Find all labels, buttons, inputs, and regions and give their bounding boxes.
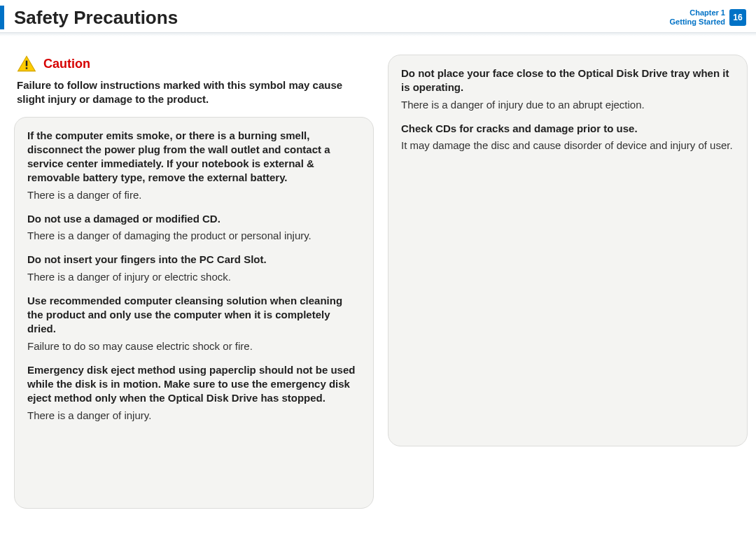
list-item: Do not insert your fingers into the PC C… <box>27 253 360 284</box>
page-root: Safety Precautions Chapter 1 Getting Sta… <box>0 0 756 536</box>
list-item: Emergency disk eject method using paperc… <box>27 363 360 423</box>
list-item: Do not use a damaged or modified CD. The… <box>27 212 360 244</box>
warning-triangle-icon <box>17 55 36 73</box>
item-heading: If the computer emits smoke, or there is… <box>27 129 360 185</box>
left-panel: If the computer emits smoke, or there is… <box>14 117 374 509</box>
caution-label: Caution <box>43 57 90 71</box>
caution-heading: Caution <box>17 55 374 73</box>
item-body: There is a danger of damaging the produc… <box>27 229 360 243</box>
page-header: Safety Precautions Chapter 1 Getting Sta… <box>0 0 756 32</box>
item-body: Failure to do so may cause electric shoc… <box>27 339 360 353</box>
list-item: Do not place your face close to the Opti… <box>401 66 734 112</box>
chapter-line2: Getting Started <box>670 17 725 27</box>
svg-rect-2 <box>26 67 27 69</box>
caution-intro: Failure to follow instructions marked wi… <box>17 78 372 107</box>
right-column: Do not place your face close to the Opti… <box>388 55 748 509</box>
item-body: It may damage the disc and cause disorde… <box>401 139 734 153</box>
chapter-line1: Chapter 1 <box>670 8 725 17</box>
content-columns: Caution Failure to follow instructions m… <box>0 36 756 516</box>
header-accent <box>0 6 4 29</box>
svg-rect-1 <box>26 61 27 66</box>
right-panel: Do not place your face close to the Opti… <box>388 55 748 446</box>
list-item: Use recommended computer cleansing solut… <box>27 294 360 353</box>
item-body: There is a danger of injury due to an ab… <box>401 98 734 112</box>
item-heading: Do not insert your fingers into the PC C… <box>27 253 360 267</box>
left-column: Caution Failure to follow instructions m… <box>14 55 374 509</box>
list-item: Check CDs for cracks and damage prior to… <box>401 122 734 153</box>
item-heading: Do not place your face close to the Opti… <box>401 66 734 95</box>
item-body: There is a danger of fire. <box>27 188 360 202</box>
item-heading: Check CDs for cracks and damage prior to… <box>401 122 734 136</box>
item-body: There is a danger of injury or electric … <box>27 270 360 284</box>
page-number: 16 <box>729 9 746 26</box>
list-item: If the computer emits smoke, or there is… <box>27 129 360 202</box>
item-body: There is a danger of injury. <box>27 409 360 423</box>
item-heading: Do not use a damaged or modified CD. <box>27 212 360 226</box>
item-heading: Use recommended computer cleansing solut… <box>27 294 360 337</box>
page-title: Safety Precautions <box>14 7 670 29</box>
item-heading: Emergency disk eject method using paperc… <box>27 363 360 406</box>
chapter-block: Chapter 1 Getting Started <box>670 8 725 27</box>
